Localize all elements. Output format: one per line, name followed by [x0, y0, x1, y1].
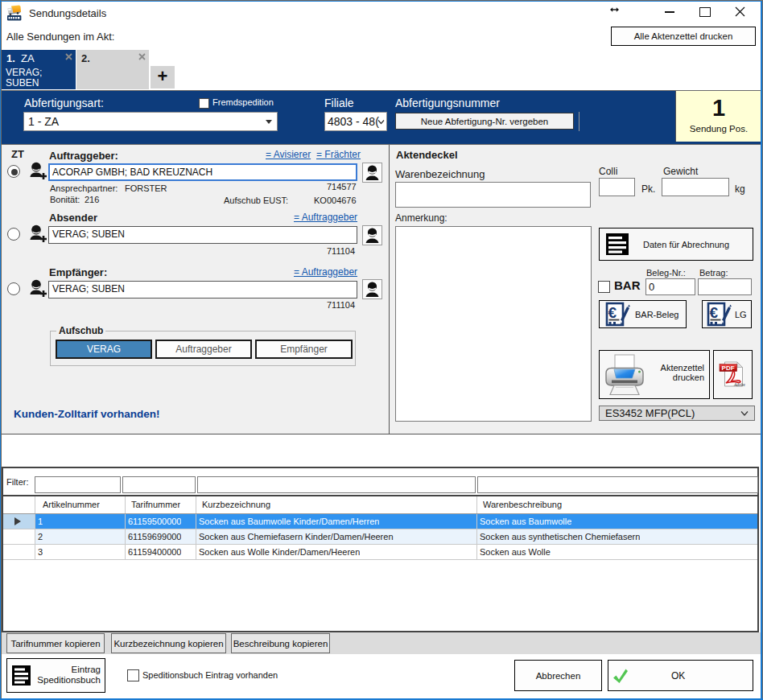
svg-text:Adobe: Adobe — [733, 382, 745, 387]
svg-text:€: € — [710, 304, 719, 321]
svg-text:€: € — [608, 304, 617, 321]
svg-text:PDF: PDF — [722, 364, 735, 372]
